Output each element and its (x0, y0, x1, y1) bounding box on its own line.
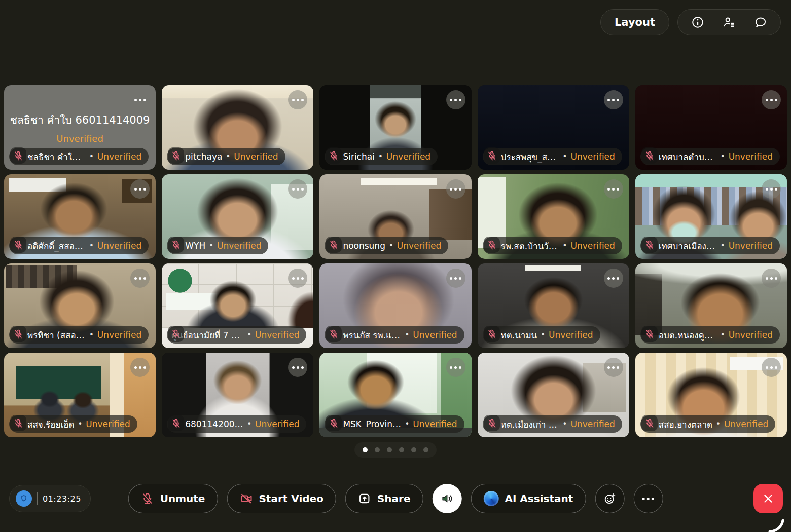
tile-more-button[interactable] (604, 90, 623, 109)
muted-mic-indicator (168, 237, 184, 253)
tile-more-button[interactable] (604, 358, 623, 377)
ellipsis-icon (612, 99, 615, 101)
page-dot-4[interactable] (399, 447, 404, 452)
tile-more-button[interactable] (130, 358, 150, 377)
muted-mic-indicator (326, 326, 342, 342)
participant-name-pill: พรนภัส รพ.แวง... • Unverified (325, 326, 464, 344)
participant-tile[interactable]: pitchaya • Unverified (162, 85, 313, 170)
mic-muted-icon (329, 329, 339, 339)
mic-muted-icon (171, 418, 181, 428)
ellipsis-icon (297, 277, 299, 280)
divider (37, 492, 38, 505)
participant-name-pill: ทต.นามน • Unverified (483, 326, 600, 344)
participant-tile[interactable]: ศูนย์อนามัยที่ 7 ขอ... • Unverified (162, 263, 313, 348)
tile-more-button[interactable] (762, 358, 781, 377)
participant-name-pill: ศูนย์อนามัยที่ 7 ขอ... • Unverified (167, 326, 306, 344)
participants-icon[interactable] (723, 16, 736, 29)
start-video-button[interactable]: Start Video (227, 484, 336, 513)
info-icon[interactable] (691, 16, 704, 29)
ellipsis-icon (612, 366, 615, 369)
participant-name: MSK_Provinci... (343, 419, 401, 429)
participant-status: Unverified (729, 330, 773, 340)
tile-more-button[interactable] (762, 179, 781, 199)
participant-tile[interactable]: พรนภัส รพ.แวง... • Unverified (319, 263, 471, 348)
participant-name: เทศบาลเมืองมห... (659, 239, 717, 253)
participant-tile[interactable]: ทต.นามน • Unverified (478, 263, 629, 348)
participant-status: Unverified (729, 151, 773, 162)
participant-tile[interactable]: Sirichai • Unverified (319, 85, 471, 170)
mic-muted-icon (487, 150, 497, 161)
participant-tile[interactable]: พรทิชา (สสอ.ย... • Unverified (4, 263, 156, 348)
reactions-button[interactable] (595, 484, 624, 513)
mic-muted-icon (171, 240, 181, 250)
leave-meeting-button[interactable] (753, 484, 783, 513)
tile-more-button[interactable] (762, 269, 781, 288)
tile-more-button[interactable] (446, 269, 465, 288)
muted-mic-indicator (326, 147, 342, 164)
separator-dot: • (563, 241, 567, 250)
participant-status: Unverified (570, 151, 615, 162)
participant-tile[interactable]: สสอ.ยางตลาด • Unverified (635, 353, 787, 437)
participant-tile[interactable]: 68011420022... • Unverified (162, 353, 313, 437)
participant-name: WYH (185, 241, 205, 251)
page-dot-5[interactable] (411, 447, 416, 452)
participant-tile[interactable]: สสจ.ร้อยเอ็ด • Unverified (4, 353, 156, 437)
tile-more-button[interactable] (130, 269, 150, 288)
mic-muted-icon (329, 150, 339, 161)
participant-tile[interactable]: noonsung • Unverified (319, 174, 471, 259)
participant-name-pill: 68011420022... • Unverified (167, 415, 306, 433)
participant-tile[interactable]: ประสพสุข_สสอ... • Unverified (478, 85, 629, 170)
speaker-button[interactable] (432, 484, 461, 513)
tile-more-button[interactable] (130, 90, 150, 109)
layout-button[interactable]: Layout (600, 9, 669, 35)
participant-name: รพ.สต.บ้านวังม่... (501, 239, 559, 253)
separator-dot: • (78, 420, 82, 429)
mic-muted-icon (141, 492, 154, 505)
bottom-toolbar: Unmute Start Video Share AI Assistant (128, 484, 663, 513)
start-video-label: Start Video (259, 492, 323, 505)
participant-tile[interactable]: เทศบาลเมืองมห... • Unverified (635, 174, 787, 259)
tile-more-button[interactable] (604, 269, 623, 288)
mic-muted-icon (329, 418, 339, 428)
muted-mic-indicator (10, 237, 26, 253)
share-button[interactable]: Share (345, 484, 423, 513)
tile-more-button[interactable] (446, 179, 465, 199)
participant-status: Unverified (549, 330, 593, 340)
tile-more-button[interactable] (446, 90, 465, 109)
participant-tile[interactable]: MSK_Provinci... • Unverified (319, 353, 471, 437)
participant-status: Unverified (729, 241, 773, 251)
muted-mic-indicator (484, 237, 500, 253)
participant-tile[interactable]: ชลธิชา คำใบ 66011414009 Unverified ชลธิช… (4, 85, 156, 170)
participant-tile[interactable]: WYH • Unverified (162, 174, 313, 259)
tile-more-button[interactable] (762, 90, 781, 109)
participant-name: พรทิชา (สสอ.ย... (27, 328, 86, 342)
participant-tile[interactable]: อบต.หนองคู_น... • Unverified (635, 263, 787, 348)
participant-tile[interactable]: เทศบาลตำบลห... • Unverified (635, 85, 787, 170)
chat-icon[interactable] (754, 16, 767, 29)
more-button[interactable] (633, 484, 663, 513)
meeting-timer: 01:23:25 (43, 494, 81, 504)
page-dot-2[interactable] (375, 447, 380, 452)
page-dot-6[interactable] (423, 447, 428, 452)
participant-status: Unverified (56, 133, 103, 144)
ellipsis-icon (297, 99, 299, 101)
video-grid: ชลธิชา คำใบ 66011414009 Unverified ชลธิช… (4, 85, 787, 437)
security-shield-icon (16, 490, 32, 507)
mic-muted-icon (487, 329, 497, 339)
unmute-label: Unmute (160, 492, 205, 505)
muted-mic-indicator (484, 147, 500, 164)
tile-more-button[interactable] (446, 358, 465, 377)
ai-assistant-button[interactable]: AI Assistant (471, 484, 586, 513)
participant-tile[interactable]: ทต.เมืองเก่า จ.... • Unverified (478, 353, 629, 437)
meeting-timer-pill[interactable]: 01:23:25 (9, 485, 91, 512)
participant-name: อดิศักดิ์_สสอ.ป... (27, 239, 86, 253)
page-dot-1[interactable] (363, 447, 368, 452)
tile-more-button[interactable] (130, 179, 150, 199)
tile-more-button[interactable] (604, 179, 623, 199)
page-dot-3[interactable] (387, 447, 392, 452)
unmute-button[interactable]: Unmute (128, 484, 218, 513)
participant-tile[interactable]: อดิศักดิ์_สสอ.ป... • Unverified (4, 174, 156, 259)
mic-muted-icon (644, 150, 655, 161)
participant-tile[interactable]: รพ.สต.บ้านวังม่... • Unverified (478, 174, 629, 259)
participant-name: อบต.หนองคู_น... (659, 328, 717, 342)
